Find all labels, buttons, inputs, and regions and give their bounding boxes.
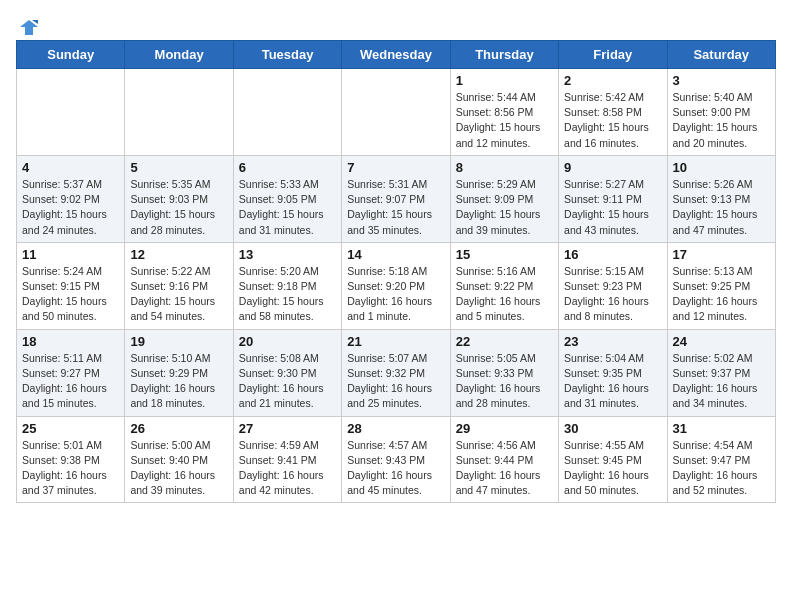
calendar-cell: 19Sunrise: 5:10 AM Sunset: 9:29 PM Dayli… xyxy=(125,329,233,416)
day-info: Sunrise: 5:44 AM Sunset: 8:56 PM Dayligh… xyxy=(456,90,553,151)
calendar-cell: 9Sunrise: 5:27 AM Sunset: 9:11 PM Daylig… xyxy=(559,155,667,242)
day-info: Sunrise: 5:37 AM Sunset: 9:02 PM Dayligh… xyxy=(22,177,119,238)
weekday-header-friday: Friday xyxy=(559,41,667,69)
day-info: Sunrise: 5:33 AM Sunset: 9:05 PM Dayligh… xyxy=(239,177,336,238)
day-number: 12 xyxy=(130,247,227,262)
day-number: 14 xyxy=(347,247,444,262)
day-info: Sunrise: 5:07 AM Sunset: 9:32 PM Dayligh… xyxy=(347,351,444,412)
day-number: 4 xyxy=(22,160,119,175)
day-number: 25 xyxy=(22,421,119,436)
day-info: Sunrise: 5:20 AM Sunset: 9:18 PM Dayligh… xyxy=(239,264,336,325)
day-info: Sunrise: 5:18 AM Sunset: 9:20 PM Dayligh… xyxy=(347,264,444,325)
calendar-cell: 3Sunrise: 5:40 AM Sunset: 9:00 PM Daylig… xyxy=(667,69,775,156)
calendar-cell: 11Sunrise: 5:24 AM Sunset: 9:15 PM Dayli… xyxy=(17,242,125,329)
calendar-cell: 23Sunrise: 5:04 AM Sunset: 9:35 PM Dayli… xyxy=(559,329,667,416)
calendar-cell xyxy=(17,69,125,156)
day-info: Sunrise: 5:26 AM Sunset: 9:13 PM Dayligh… xyxy=(673,177,770,238)
day-number: 29 xyxy=(456,421,553,436)
calendar-cell: 2Sunrise: 5:42 AM Sunset: 8:58 PM Daylig… xyxy=(559,69,667,156)
calendar-cell: 29Sunrise: 4:56 AM Sunset: 9:44 PM Dayli… xyxy=(450,416,558,503)
day-info: Sunrise: 5:10 AM Sunset: 9:29 PM Dayligh… xyxy=(130,351,227,412)
calendar-cell: 17Sunrise: 5:13 AM Sunset: 9:25 PM Dayli… xyxy=(667,242,775,329)
day-info: Sunrise: 5:27 AM Sunset: 9:11 PM Dayligh… xyxy=(564,177,661,238)
day-info: Sunrise: 5:16 AM Sunset: 9:22 PM Dayligh… xyxy=(456,264,553,325)
day-number: 27 xyxy=(239,421,336,436)
weekday-header-saturday: Saturday xyxy=(667,41,775,69)
day-info: Sunrise: 5:04 AM Sunset: 9:35 PM Dayligh… xyxy=(564,351,661,412)
day-number: 10 xyxy=(673,160,770,175)
calendar-week-1: 1Sunrise: 5:44 AM Sunset: 8:56 PM Daylig… xyxy=(17,69,776,156)
day-number: 8 xyxy=(456,160,553,175)
day-info: Sunrise: 4:55 AM Sunset: 9:45 PM Dayligh… xyxy=(564,438,661,499)
calendar-cell: 5Sunrise: 5:35 AM Sunset: 9:03 PM Daylig… xyxy=(125,155,233,242)
day-number: 30 xyxy=(564,421,661,436)
calendar-cell: 14Sunrise: 5:18 AM Sunset: 9:20 PM Dayli… xyxy=(342,242,450,329)
day-number: 23 xyxy=(564,334,661,349)
calendar-cell xyxy=(125,69,233,156)
weekday-header-sunday: Sunday xyxy=(17,41,125,69)
day-number: 6 xyxy=(239,160,336,175)
calendar-table: SundayMondayTuesdayWednesdayThursdayFrid… xyxy=(16,40,776,503)
day-info: Sunrise: 4:59 AM Sunset: 9:41 PM Dayligh… xyxy=(239,438,336,499)
day-info: Sunrise: 5:42 AM Sunset: 8:58 PM Dayligh… xyxy=(564,90,661,151)
day-info: Sunrise: 5:05 AM Sunset: 9:33 PM Dayligh… xyxy=(456,351,553,412)
day-number: 20 xyxy=(239,334,336,349)
day-number: 26 xyxy=(130,421,227,436)
calendar-cell: 21Sunrise: 5:07 AM Sunset: 9:32 PM Dayli… xyxy=(342,329,450,416)
day-info: Sunrise: 5:15 AM Sunset: 9:23 PM Dayligh… xyxy=(564,264,661,325)
calendar-cell: 24Sunrise: 5:02 AM Sunset: 9:37 PM Dayli… xyxy=(667,329,775,416)
calendar-cell: 20Sunrise: 5:08 AM Sunset: 9:30 PM Dayli… xyxy=(233,329,341,416)
weekday-header-row: SundayMondayTuesdayWednesdayThursdayFrid… xyxy=(17,41,776,69)
day-info: Sunrise: 4:57 AM Sunset: 9:43 PM Dayligh… xyxy=(347,438,444,499)
day-number: 21 xyxy=(347,334,444,349)
day-info: Sunrise: 5:22 AM Sunset: 9:16 PM Dayligh… xyxy=(130,264,227,325)
day-number: 18 xyxy=(22,334,119,349)
day-info: Sunrise: 5:02 AM Sunset: 9:37 PM Dayligh… xyxy=(673,351,770,412)
calendar-cell: 15Sunrise: 5:16 AM Sunset: 9:22 PM Dayli… xyxy=(450,242,558,329)
day-info: Sunrise: 5:08 AM Sunset: 9:30 PM Dayligh… xyxy=(239,351,336,412)
day-number: 31 xyxy=(673,421,770,436)
day-info: Sunrise: 5:00 AM Sunset: 9:40 PM Dayligh… xyxy=(130,438,227,499)
calendar-cell: 25Sunrise: 5:01 AM Sunset: 9:38 PM Dayli… xyxy=(17,416,125,503)
weekday-header-tuesday: Tuesday xyxy=(233,41,341,69)
page-header xyxy=(16,16,776,38)
logo-icon xyxy=(18,16,40,38)
day-info: Sunrise: 4:54 AM Sunset: 9:47 PM Dayligh… xyxy=(673,438,770,499)
day-number: 19 xyxy=(130,334,227,349)
day-info: Sunrise: 5:31 AM Sunset: 9:07 PM Dayligh… xyxy=(347,177,444,238)
day-number: 5 xyxy=(130,160,227,175)
day-number: 9 xyxy=(564,160,661,175)
calendar-cell: 12Sunrise: 5:22 AM Sunset: 9:16 PM Dayli… xyxy=(125,242,233,329)
calendar-cell: 31Sunrise: 4:54 AM Sunset: 9:47 PM Dayli… xyxy=(667,416,775,503)
calendar-cell: 30Sunrise: 4:55 AM Sunset: 9:45 PM Dayli… xyxy=(559,416,667,503)
weekday-header-thursday: Thursday xyxy=(450,41,558,69)
calendar-cell: 28Sunrise: 4:57 AM Sunset: 9:43 PM Dayli… xyxy=(342,416,450,503)
day-number: 24 xyxy=(673,334,770,349)
title-section xyxy=(40,16,776,18)
day-info: Sunrise: 5:11 AM Sunset: 9:27 PM Dayligh… xyxy=(22,351,119,412)
day-number: 16 xyxy=(564,247,661,262)
day-number: 11 xyxy=(22,247,119,262)
calendar-cell: 22Sunrise: 5:05 AM Sunset: 9:33 PM Dayli… xyxy=(450,329,558,416)
calendar-cell: 1Sunrise: 5:44 AM Sunset: 8:56 PM Daylig… xyxy=(450,69,558,156)
day-number: 13 xyxy=(239,247,336,262)
calendar-week-5: 25Sunrise: 5:01 AM Sunset: 9:38 PM Dayli… xyxy=(17,416,776,503)
day-number: 7 xyxy=(347,160,444,175)
calendar-cell xyxy=(342,69,450,156)
day-number: 15 xyxy=(456,247,553,262)
day-number: 2 xyxy=(564,73,661,88)
calendar-body: 1Sunrise: 5:44 AM Sunset: 8:56 PM Daylig… xyxy=(17,69,776,503)
day-number: 17 xyxy=(673,247,770,262)
calendar-cell: 27Sunrise: 4:59 AM Sunset: 9:41 PM Dayli… xyxy=(233,416,341,503)
calendar-cell: 13Sunrise: 5:20 AM Sunset: 9:18 PM Dayli… xyxy=(233,242,341,329)
calendar-week-2: 4Sunrise: 5:37 AM Sunset: 9:02 PM Daylig… xyxy=(17,155,776,242)
day-number: 28 xyxy=(347,421,444,436)
calendar-cell: 10Sunrise: 5:26 AM Sunset: 9:13 PM Dayli… xyxy=(667,155,775,242)
weekday-header-monday: Monday xyxy=(125,41,233,69)
calendar-cell: 18Sunrise: 5:11 AM Sunset: 9:27 PM Dayli… xyxy=(17,329,125,416)
logo xyxy=(16,16,40,38)
day-info: Sunrise: 5:35 AM Sunset: 9:03 PM Dayligh… xyxy=(130,177,227,238)
calendar-week-4: 18Sunrise: 5:11 AM Sunset: 9:27 PM Dayli… xyxy=(17,329,776,416)
day-info: Sunrise: 5:13 AM Sunset: 9:25 PM Dayligh… xyxy=(673,264,770,325)
day-number: 22 xyxy=(456,334,553,349)
